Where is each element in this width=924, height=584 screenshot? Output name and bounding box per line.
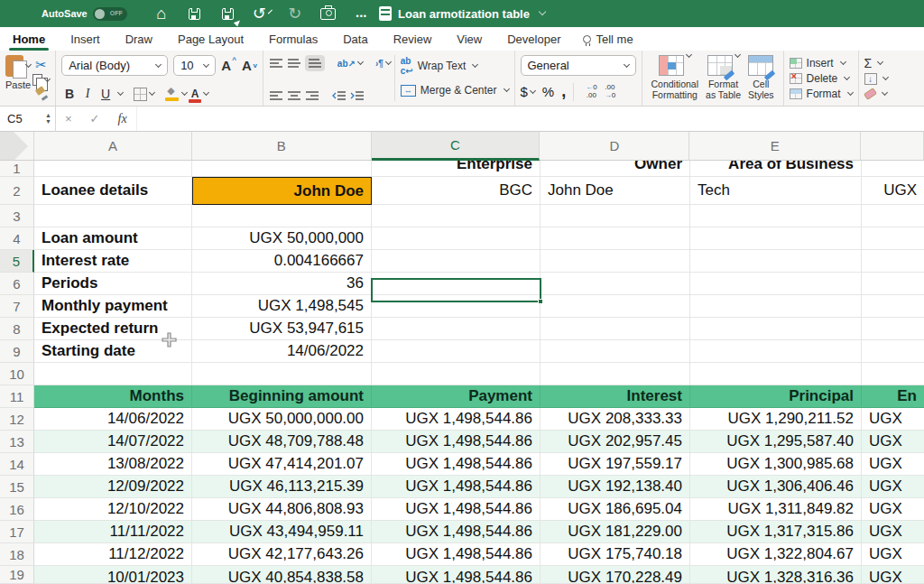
cell-D3[interactable] [541, 205, 690, 227]
row-header-14[interactable]: 14 [0, 453, 34, 476]
format-as-table-chevron[interactable] [734, 51, 740, 58]
format-cells-chevron[interactable] [847, 88, 854, 95]
fill-color-button[interactable] [165, 88, 187, 101]
row-header-6[interactable]: 6 [0, 273, 34, 295]
confirm-entry-icon[interactable]: ✓ [81, 112, 109, 125]
redo-icon[interactable] [286, 5, 304, 23]
cell-C3[interactable] [372, 205, 541, 227]
cell-E10[interactable] [690, 363, 862, 385]
column-header-f[interactable] [861, 132, 924, 161]
cell-A6[interactable]: Periods [34, 273, 192, 295]
cell-E5[interactable] [690, 250, 862, 273]
cell-A11[interactable]: Months [34, 385, 192, 408]
delete-cells-button[interactable]: Delete [790, 70, 853, 86]
formula-input[interactable] [136, 107, 924, 131]
tab-data[interactable]: Data [330, 27, 380, 51]
cell-D7[interactable] [541, 295, 690, 318]
cell-F11[interactable]: En [862, 385, 924, 408]
increase-font-button[interactable]: A^ [221, 58, 236, 73]
borders-chevron[interactable] [149, 89, 155, 96]
cell-B10[interactable] [192, 363, 372, 385]
font-color-chevron[interactable] [203, 89, 209, 96]
column-header-C[interactable]: C [372, 132, 541, 161]
font-size-select[interactable]: 10 [173, 55, 216, 76]
camera-icon[interactable] [319, 5, 337, 23]
cell-B15[interactable]: UGX 46,113,215.39 [192, 476, 372, 498]
align-top-button[interactable] [269, 58, 283, 69]
increase-indent-button[interactable] [350, 90, 365, 101]
align-middle-button[interactable] [287, 58, 301, 69]
increase-decimal-button[interactable]: ←0.00 [586, 84, 596, 99]
cell-F16[interactable]: UGX [862, 498, 924, 521]
cell-C19[interactable]: UGX 1,498,544.86 [372, 566, 541, 584]
cell-A7[interactable]: Monthly payment [34, 295, 192, 318]
decrease-indent-button[interactable] [332, 90, 346, 101]
orientation-button[interactable]: ab↗ [337, 59, 363, 69]
column-header-E[interactable]: E [689, 132, 861, 161]
cell-E3[interactable] [690, 205, 862, 227]
selected-cell-outline[interactable] [371, 278, 541, 302]
cell-D4[interactable] [541, 227, 690, 250]
cell-D9[interactable] [541, 340, 690, 363]
align-left-button[interactable] [269, 90, 283, 101]
underline-button[interactable]: U [97, 87, 114, 101]
cell-B1[interactable] [192, 161, 372, 177]
text-direction-button[interactable]: ›¶ [375, 59, 391, 69]
row-header-9[interactable]: 9 [0, 340, 34, 363]
row-header-10[interactable]: 10 [0, 363, 34, 385]
cell-E9[interactable] [690, 340, 862, 363]
cell-C2[interactable]: BGC [372, 177, 541, 205]
select-all-corner[interactable] [0, 132, 34, 161]
cell-B4[interactable]: UGX 50,000,000 [192, 227, 372, 250]
cell-D1[interactable]: Owner [541, 161, 690, 177]
cell-B17[interactable]: UGX 43,494,959.11 [192, 521, 372, 543]
cell-C9[interactable] [372, 340, 541, 363]
align-right-button[interactable] [305, 90, 319, 101]
cell-E8[interactable] [690, 318, 862, 340]
cancel-entry-icon[interactable]: × [56, 112, 81, 125]
cell-D18[interactable]: UGX 175,740.18 [541, 543, 690, 566]
tab-review[interactable]: Review [381, 27, 445, 51]
cell-F5[interactable] [862, 250, 924, 273]
cell-F19[interactable]: UGX [862, 566, 924, 584]
conditional-formatting-chevron[interactable] [686, 51, 692, 58]
cell-F17[interactable]: UGX [862, 521, 924, 543]
percent-button[interactable]: % [542, 84, 554, 99]
cell-C5[interactable] [372, 250, 541, 273]
cut-icon[interactable] [32, 57, 50, 73]
row-header-19[interactable]: 19 [0, 566, 34, 584]
cell-C11[interactable]: Payment [372, 385, 541, 408]
cell-F7[interactable] [862, 295, 924, 318]
comma-button[interactable]: , [561, 82, 566, 101]
tell-me-button[interactable]: Tell me [574, 32, 642, 46]
cell-B9[interactable]: 14/06/2022 [192, 340, 372, 363]
insert-function-icon[interactable]: fx [109, 112, 136, 126]
wrap-text-button[interactable]: abc↩ Wrap Text [401, 55, 509, 77]
more-commands-icon[interactable] [353, 5, 371, 23]
merge-center-button[interactable]: ↔ Merge & Center [401, 79, 509, 101]
cell-F10[interactable] [862, 363, 924, 385]
cell-F1[interactable] [862, 161, 924, 177]
cell-B7[interactable]: UGX 1,498,545 [192, 295, 372, 318]
paste-button[interactable]: Paste [5, 55, 31, 101]
row-header-18[interactable]: 18 [0, 543, 34, 566]
cell-F6[interactable] [862, 273, 924, 295]
cell-B6[interactable]: 36 [192, 273, 372, 295]
cell-B12[interactable]: UGX 50,000,000.00 [192, 408, 372, 431]
copy-button[interactable] [32, 74, 50, 86]
cell-E13[interactable]: UGX 1,295,587.40 [690, 431, 862, 453]
row-header-17[interactable]: 17 [0, 521, 34, 543]
cell-E4[interactable] [690, 227, 862, 250]
cell-F8[interactable] [862, 318, 924, 340]
row-header-7[interactable]: 7 [0, 295, 34, 318]
underline-dropdown-chevron[interactable] [117, 89, 124, 96]
currency-button[interactable]: $ [521, 84, 535, 99]
clear-chevron[interactable] [882, 89, 888, 96]
cell-D12[interactable]: UGX 208,333.33 [541, 408, 690, 431]
format-painter-button[interactable] [32, 87, 50, 99]
cell-E11[interactable]: Principal [690, 385, 862, 408]
conditional-formatting-button[interactable]: Conditional Formatting [648, 55, 703, 101]
cell-A2[interactable]: Loanee details [34, 177, 192, 205]
cell-C18[interactable]: UGX 1,498,544.86 [372, 543, 541, 566]
cell-C17[interactable]: UGX 1,498,544.86 [372, 521, 541, 543]
